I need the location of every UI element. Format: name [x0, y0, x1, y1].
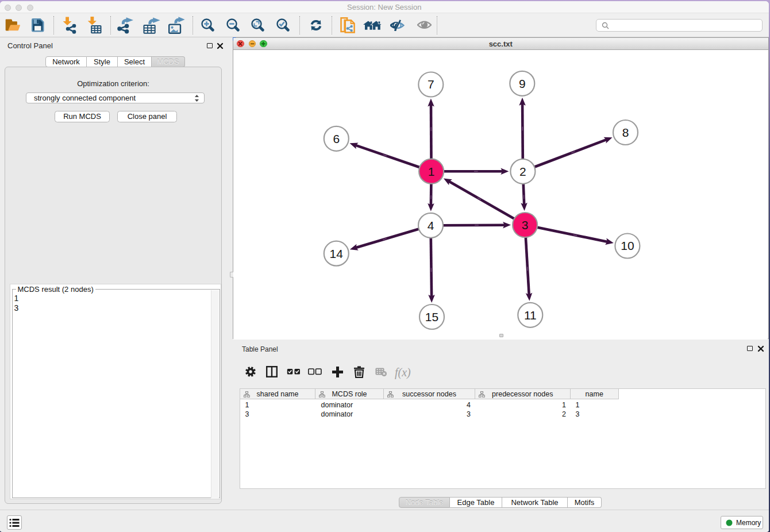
svg-text:15: 15: [425, 310, 438, 323]
svg-text:8: 8: [622, 126, 629, 139]
svg-text:6: 6: [333, 132, 340, 145]
svg-text:9: 9: [519, 77, 526, 90]
svg-text:7: 7: [428, 78, 434, 91]
svg-text:10: 10: [621, 239, 634, 252]
svg-text:2: 2: [519, 165, 526, 178]
svg-text:1: 1: [428, 165, 435, 178]
svg-text:3: 3: [522, 218, 529, 232]
svg-text:11: 11: [524, 309, 537, 322]
svg-text:4: 4: [428, 219, 434, 232]
svg-text:14: 14: [330, 247, 344, 260]
